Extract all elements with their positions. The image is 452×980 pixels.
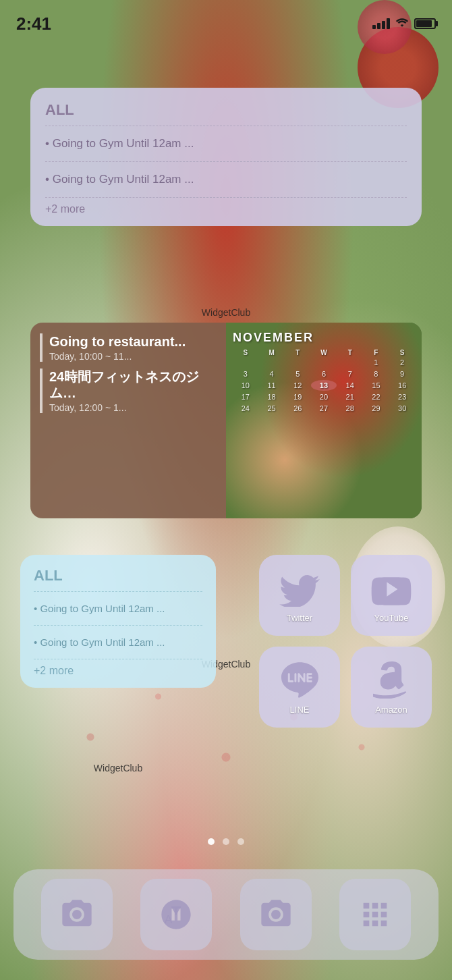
widget-all-top[interactable]: ALL • Going to Gym Until 12am ... • Goin… (30, 88, 422, 226)
event-item-1: Going to restaurant... Today, 10:00 ~ 11… (40, 333, 217, 362)
youtube-app-icon[interactable]: YouTube (351, 555, 432, 636)
amazon-icon (371, 660, 412, 701)
widget-all-blue-title: ALL (34, 567, 202, 584)
event-time-1: Today, 10:00 ~ 11... (49, 351, 217, 362)
dot-3[interactable] (237, 838, 244, 845)
app-icons-grid: Twitter YouTube LINE Amazon (259, 555, 432, 728)
widget-blue-item-2: • Going to Gym Until 12am ... (34, 631, 202, 653)
dock-icon-camera-2[interactable] (240, 879, 312, 950)
calendar-grid: S M T W T F S 1 2 3 4 5 6 7 (233, 349, 415, 414)
blue-divider-3 (34, 659, 202, 659)
cal-header-s: S (233, 349, 258, 356)
cal-header-t1: T (285, 349, 310, 356)
twitter-icon (279, 568, 320, 609)
divider-3 (45, 197, 407, 198)
event-title-1: Going to restaurant... (49, 333, 217, 350)
line-label: LINE (290, 705, 310, 715)
widget-item-2: • Going to Gym Until 12am ... (45, 167, 407, 192)
widgetclub-label-3: WidgetClub (20, 763, 216, 773)
wifi-icon (395, 17, 409, 31)
cal-header-f: F (364, 349, 389, 356)
signal-icon (372, 18, 390, 29)
blue-divider-1 (34, 591, 202, 592)
amazon-app-icon[interactable]: Amazon (351, 647, 432, 728)
status-time: 2:41 (16, 13, 51, 34)
widget-all-blue[interactable]: ALL • Going to Gym Until 12am ... • Goin… (20, 555, 216, 688)
event-time-2: Today, 12:00 ~ 1... (49, 402, 217, 413)
dock-icon-appstore-2[interactable] (339, 879, 411, 950)
blue-divider-2 (34, 625, 202, 626)
widgetclub-label-1: WidgetClub (0, 307, 452, 318)
amazon-label: Amazon (375, 705, 407, 715)
page-dots (0, 838, 452, 845)
cal-header-s2: S (389, 349, 415, 356)
widget-calendar[interactable]: Going to restaurant... Today, 10:00 ~ 11… (30, 323, 422, 518)
dock: A (13, 869, 439, 960)
youtube-label: YouTube (374, 613, 408, 623)
dock-icon-camera-1[interactable] (41, 879, 113, 950)
calendar-overlay: NOVEMBER S M T W T F S 1 2 3 4 (226, 323, 422, 422)
widget-all-title: ALL (45, 101, 407, 119)
svg-text:A: A (165, 913, 173, 926)
widget-events-panel: Going to restaurant... Today, 10:00 ~ 11… (30, 323, 226, 518)
widget-more: +2 more (45, 203, 407, 215)
status-bar: 2:41 (0, 0, 452, 40)
twitter-label: Twitter (287, 613, 312, 623)
dock-icon-appstore-1[interactable]: A (140, 879, 212, 950)
youtube-icon (371, 568, 412, 609)
battery-icon (414, 18, 436, 29)
event-title-2: 24時間フィットネスのジム… (49, 369, 217, 401)
calendar-month: NOVEMBER (233, 331, 415, 345)
widget-blue-more: +2 more (34, 665, 202, 677)
cal-header-w: W (311, 349, 337, 356)
widget-blue-item-1: • Going to Gym Until 12am ... (34, 597, 202, 620)
divider-1 (45, 126, 407, 126)
dot-1[interactable] (208, 838, 215, 845)
divider-2 (45, 161, 407, 162)
cal-header-t2: T (337, 349, 363, 356)
status-icons (372, 17, 436, 31)
widget-photo-calendar: NOVEMBER S M T W T F S 1 2 3 4 (226, 323, 422, 518)
event-item-2: 24時間フィットネスのジム… Today, 12:00 ~ 1... (40, 369, 217, 413)
line-icon (279, 660, 320, 701)
line-app-icon[interactable]: LINE (259, 647, 340, 728)
twitter-app-icon[interactable]: Twitter (259, 555, 340, 636)
widget-item-1: • Going to Gym Until 12am ... (45, 132, 407, 156)
dot-2[interactable] (223, 838, 229, 845)
cal-header-m: M (259, 349, 285, 356)
